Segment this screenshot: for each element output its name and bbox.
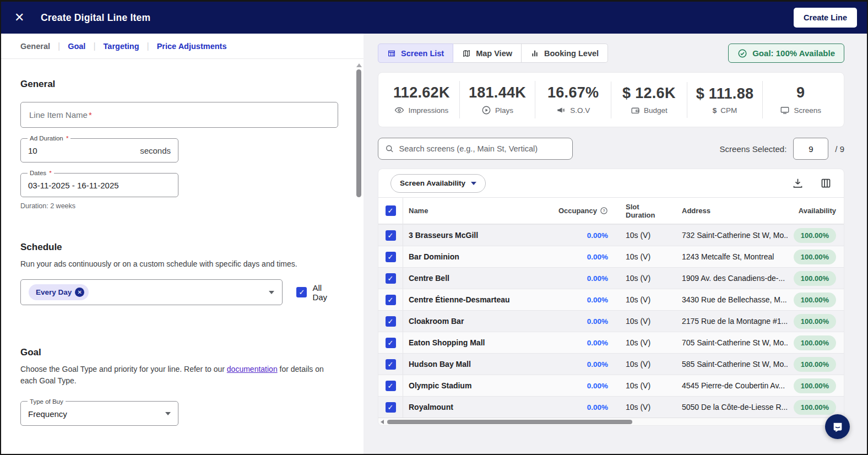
slot-duration-cell: 10s (V)	[608, 252, 668, 261]
tab-screen-list[interactable]: Screen List	[378, 44, 453, 63]
tab-booking-level[interactable]: Booking Level	[522, 44, 608, 63]
screens-selected-input[interactable]: 9	[793, 138, 828, 160]
screen-availability-dropdown[interactable]: Screen Availability	[390, 174, 486, 193]
every-day-chip[interactable]: Every Day ✕	[29, 284, 89, 300]
type-of-buy-value[interactable]: Frequency	[28, 409, 67, 419]
table-row[interactable]: Cloakroom Bar 0.00% 10s (V) 2175 Rue de …	[378, 310, 844, 332]
tab-price-adjustments[interactable]: Price Adjustments	[157, 42, 227, 51]
screens-selected-label: Screens Selected:	[720, 144, 787, 154]
type-of-buy-field[interactable]: Type of Buy Frequency	[20, 398, 178, 426]
address-cell: 585 Saint-Catherine St W, Mo...	[668, 360, 788, 369]
stat-impressions: 112.62K Impressions	[384, 81, 459, 118]
table-row[interactable]: Olympic Stadium 0.00% 10s (V) 4545 Pierr…	[378, 375, 844, 396]
scrollbar-thumb[interactable]	[387, 420, 632, 424]
create-line-button[interactable]: Create Line	[794, 8, 857, 28]
table-row[interactable]: Eaton Shopping Mall 0.00% 10s (V) 705 Sa…	[378, 332, 844, 353]
map-icon	[462, 49, 471, 58]
chat-launcher-button[interactable]	[825, 414, 850, 439]
availability-badge: 100.00%	[794, 250, 836, 264]
dates-value[interactable]: 03-11-2025 - 16-11-2025	[28, 181, 119, 190]
column-header-occupancy[interactable]: Occupancy ?	[542, 207, 608, 215]
screen-search-input[interactable]	[399, 144, 566, 153]
availability-cell: 100.00%	[788, 271, 844, 286]
screen-search-field[interactable]	[378, 138, 573, 160]
megaphone-icon	[556, 105, 566, 115]
scrollbar-thumb[interactable]	[356, 69, 361, 197]
address-cell: 2175 Rue de la Montagne #1...	[668, 317, 788, 326]
screen-name-cell: 3 Brasseurs McGill	[403, 231, 542, 240]
table-header-row: Name Occupancy ? Slot Duration Address A…	[378, 198, 844, 224]
scroll-left-arrow-icon[interactable]	[381, 420, 384, 424]
slot-duration-cell: 10s (V)	[608, 295, 668, 304]
goal-section-heading: Goal	[20, 347, 338, 358]
table-body: 3 Brasseurs McGill 0.00% 10s (V) 732 Sai…	[378, 224, 844, 418]
table-row[interactable]: Centre Étienne-Desmarteau 0.00% 10s (V) …	[378, 289, 844, 310]
screen-name-cell: Eaton Shopping Mall	[403, 338, 542, 347]
documentation-link[interactable]: documentation	[227, 365, 278, 373]
availability-badge: 100.00%	[794, 271, 836, 286]
ad-duration-value[interactable]: 10	[28, 146, 37, 155]
table-row[interactable]: Bar Dominion 0.00% 10s (V) 1243 Metcalfe…	[378, 246, 844, 267]
row-checkbox[interactable]	[386, 359, 396, 370]
help-icon[interactable]: ?	[600, 207, 608, 215]
screens-total-label: / 9	[835, 144, 844, 154]
column-header-address[interactable]: Address	[668, 207, 788, 215]
tab-general[interactable]: General	[20, 42, 50, 51]
chip-remove-icon[interactable]: ✕	[75, 288, 84, 297]
availability-cell: 100.00%	[788, 400, 844, 415]
tab-goal[interactable]: Goal	[68, 42, 85, 51]
availability-cell: 100.00%	[788, 228, 844, 243]
all-day-label: All Day	[312, 283, 338, 302]
ad-duration-field[interactable]: Ad Duration * 10 seconds	[20, 135, 178, 162]
row-checkbox[interactable]	[386, 252, 396, 262]
schedule-days-select[interactable]: Every Day ✕	[20, 279, 283, 305]
tab-separator: |	[147, 41, 149, 51]
availability-badge: 100.00%	[794, 357, 836, 372]
row-checkbox[interactable]	[386, 273, 396, 284]
line-item-name-input[interactable]	[29, 110, 330, 120]
occupancy-cell: 0.00%	[542, 360, 608, 369]
close-icon[interactable]: ✕	[14, 10, 31, 25]
row-checkbox[interactable]	[386, 338, 396, 348]
row-checkbox[interactable]	[386, 230, 396, 241]
tab-targeting[interactable]: Targeting	[104, 42, 139, 51]
address-cell: 4545 Pierre-de Coubertin Av...	[668, 381, 788, 390]
table-horizontal-scrollbar[interactable]	[378, 418, 844, 425]
duration-helper-text: Duration: 2 weeks	[20, 202, 338, 210]
line-item-name-field[interactable]: Line Item Name*	[20, 102, 338, 128]
stat-cpm: $ 111.88 $CPM	[687, 82, 763, 118]
ad-duration-label: Ad Duration *	[28, 135, 70, 142]
table-row[interactable]: Royalmount 0.00% 10s (V) 5050 De la Côte…	[378, 396, 844, 418]
select-all-checkbox[interactable]	[386, 205, 396, 216]
row-checkbox[interactable]	[386, 402, 396, 413]
column-header-availability[interactable]: Availability	[788, 207, 844, 215]
table-row[interactable]: Centre Bell 0.00% 10s (V) 1909 Av. des C…	[378, 267, 844, 289]
tab-map-view[interactable]: Map View	[453, 44, 522, 63]
availability-cell: 100.00%	[788, 378, 844, 393]
screen-name-cell: Bar Dominion	[403, 252, 542, 261]
columns-icon[interactable]	[820, 177, 832, 189]
scroll-up-arrow-icon[interactable]	[356, 63, 362, 67]
row-checkbox[interactable]	[386, 381, 396, 391]
occupancy-cell: 0.00%	[542, 382, 608, 390]
download-icon[interactable]	[792, 177, 804, 189]
bar-chart-icon	[530, 49, 539, 58]
all-day-checkbox[interactable]	[296, 287, 307, 297]
occupancy-cell: 0.00%	[542, 253, 608, 261]
screens-table-card: Screen Availability Name Occupancy ?	[378, 169, 844, 426]
dates-field[interactable]: Dates * 03-11-2025 - 16-11-2025	[20, 170, 178, 197]
create-line-item-dialog: ✕ Create Digital Line Item Create Line G…	[0, 0, 868, 455]
availability-cell: 100.00%	[788, 335, 844, 350]
left-pane-scrollbar[interactable]	[356, 63, 362, 450]
row-checkbox[interactable]	[386, 295, 396, 305]
row-checkbox[interactable]	[386, 316, 396, 327]
column-header-name[interactable]: Name	[403, 207, 542, 215]
dates-label: Dates *	[28, 170, 54, 176]
check-circle-icon	[737, 48, 747, 58]
eye-icon	[394, 105, 404, 115]
table-row[interactable]: 3 Brasseurs McGill 0.00% 10s (V) 732 Sai…	[378, 224, 844, 246]
column-header-slot-duration[interactable]: Slot Duration	[608, 203, 668, 219]
availability-badge: 100.00%	[794, 400, 836, 415]
chat-bubble-icon	[832, 421, 844, 433]
table-row[interactable]: Hudson Bay Mall 0.00% 10s (V) 585 Saint-…	[378, 353, 844, 375]
